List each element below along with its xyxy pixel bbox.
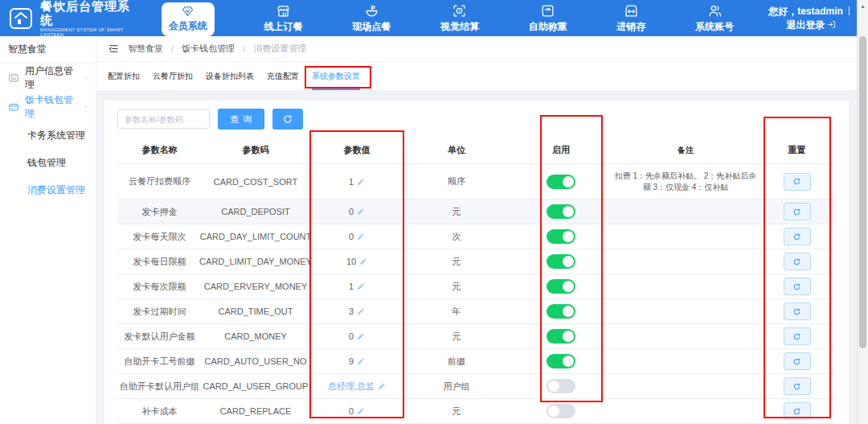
param-value: 1 [349,177,354,187]
enable-toggle[interactable] [547,354,575,368]
nav-self-weigh[interactable]: 自助称重 [529,0,567,36]
reset-cell [758,374,836,398]
param-value-cell: 0 [309,224,404,249]
tab-system-params[interactable]: 系统参数设置 [312,62,360,90]
param-unit: 次 [404,224,509,249]
param-remark [613,249,758,274]
nav-label: 系统账号 [695,20,734,34]
inventory-box-icon [624,3,639,19]
nav-online-order[interactable]: 线上订餐 [264,0,303,36]
edit-pencil-icon[interactable] [357,357,365,365]
sidebar-item-consume-settings[interactable]: 消费设置管理 [0,176,96,204]
reset-button[interactable] [784,402,811,420]
table-header-row: 参数名称 参数码 参数值 单位 启用 备注 重置 [117,137,836,164]
param-remark: 扣费 1：先余额后补贴。 2：先补贴后余额 3：仅现金 4：仅补贴 [613,164,758,199]
logout-icon[interactable] [827,20,836,29]
enable-cell [509,249,613,274]
param-value-cell: 3 [309,299,404,323]
chevron-up-icon [82,103,89,111]
enable-toggle[interactable] [547,204,575,219]
sidebar-menu-wallet[interactable]: 饭卡钱包管理 [0,93,96,121]
sidebar-item-home[interactable]: 智慧食堂 [0,36,96,64]
tab-device-discount-list[interactable]: 设备折扣列表 [206,62,254,90]
enable-toggle[interactable] [547,329,575,344]
enable-toggle[interactable] [547,254,575,269]
edit-pencil-icon[interactable] [359,257,367,266]
query-button[interactable]: 查询 [218,109,264,130]
app-window: 餐饮后台管理系统 MANAGEMENT SYSTEM OF SMART CANT… [0,0,868,424]
sidebar-menu-user-info[interactable]: 用户信息管理 [0,64,96,93]
enable-toggle[interactable] [547,229,575,244]
search-input[interactable] [117,109,210,129]
enable-cell [509,324,613,348]
breadcrumb-item[interactable]: 饭卡钱包管理 [182,43,235,55]
edit-pencil-icon[interactable] [357,208,365,216]
edit-pencil-icon[interactable] [357,233,365,241]
vertical-scrollbar[interactable]: ▲ [857,0,868,424]
edit-pencil-icon[interactable] [378,382,386,390]
reset-button[interactable] [784,203,811,220]
logout-link[interactable]: 退出登录 [787,19,825,31]
reset-button[interactable] [784,327,811,345]
nav-label: 现场点餐 [352,20,391,34]
col-header-param-value: 参数值 [309,137,404,163]
param-code: CARD_TIME_OUT [202,299,309,323]
reset-button[interactable] [784,228,811,245]
reset-cell [758,164,836,199]
nav-vision-settle[interactable]: 视觉结算 [440,0,479,36]
refresh-button[interactable] [272,109,303,130]
param-value-cell: 0 [309,200,404,224]
breadcrumb: 智慧食堂 / 饭卡钱包管理 / 消费设置管理 [96,36,857,62]
enable-toggle[interactable] [547,175,575,189]
param-value: 1 [349,282,354,291]
reset-button[interactable] [784,377,811,395]
edit-pencil-icon[interactable] [357,332,365,340]
reset-refresh-icon [792,177,801,186]
sidebar-item-card-system[interactable]: 卡务系统管理 [0,121,96,149]
enable-toggle[interactable] [547,304,575,319]
param-code: CARD_AUTO_USER_NO [202,349,309,373]
nav-member-system[interactable]: 会员系统 [162,2,215,36]
breadcrumb-item[interactable]: 智慧食堂 [128,43,163,55]
enable-toggle[interactable] [547,379,575,393]
collapse-menu-icon[interactable] [108,43,120,55]
reset-button[interactable] [784,173,811,191]
param-remark [613,399,758,423]
edit-pencil-icon[interactable] [357,178,365,186]
edit-pencil-icon[interactable] [357,407,365,415]
tab-cloud-restaurant-discount[interactable]: 云餐厅折扣 [153,62,193,90]
reset-button[interactable] [784,253,811,270]
reset-button[interactable] [784,352,811,370]
param-name: 发卡每天限次 [117,224,202,249]
divider [849,6,850,15]
reset-button[interactable] [784,303,811,320]
reset-cell [758,249,836,274]
reset-button[interactable] [784,278,811,295]
nav-label: 进销存 [616,20,645,34]
scrollbar-up-arrow[interactable]: ▲ [858,0,868,11]
nav-inventory[interactable]: 进销存 [616,0,645,36]
nav-onsite-order[interactable]: 现场点餐 [352,0,391,36]
table-row: 发卡每次限额 CARD_ERVERY_MONEY 1 元 [117,274,836,299]
tab-config-discount[interactable]: 配置折扣 [108,62,140,90]
param-unit: 元 [404,249,509,274]
nav-label: 线上订餐 [264,20,303,34]
param-remark [613,374,758,398]
tab-recharge-config[interactable]: 充值配置 [267,62,299,90]
param-code: CARD_MONEY [202,324,309,348]
edit-pencil-icon[interactable] [357,282,365,290]
edit-pencil-icon[interactable] [357,307,365,315]
sidebar-item-wallet-mgmt[interactable]: 钱包管理 [0,149,96,176]
sidebar: 智慧食堂 用户信息管理 饭卡钱包管理 卡务系统管理 钱包管理 消费设置管理 [0,36,96,424]
refresh-icon [283,114,293,124]
enable-toggle[interactable] [547,404,575,418]
param-code: CARD_DEPOSIT [202,200,309,224]
vision-scan-icon [452,3,467,19]
scrollbar-thumb[interactable] [859,36,866,348]
param-unit: 前缀 [404,349,509,373]
table-row: 自助开卡默认用户组 CARD_AI_USER_GROUP 总经理,总监 用户组 [117,374,836,399]
nav-system-account[interactable]: 系统账号 [695,0,734,36]
enable-toggle[interactable] [547,279,575,294]
param-name: 发卡押金 [117,200,202,224]
app-logo: 餐饮后台管理系统 MANAGEMENT SYSTEM OF SMART CANT… [0,0,137,37]
